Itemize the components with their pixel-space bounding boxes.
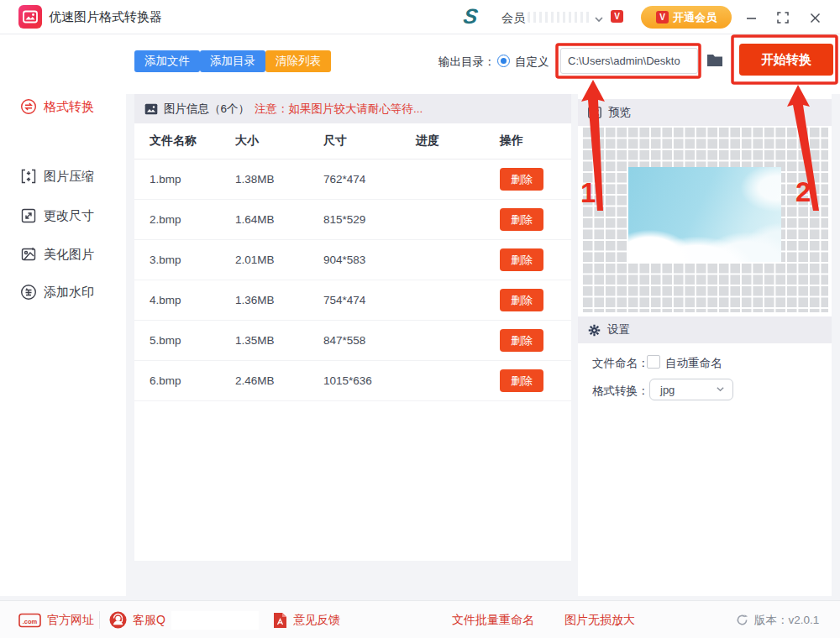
table-body: 1.bmp 1.38MB 762*474 删除 2.bmp 1.64MB 815… <box>134 160 571 401</box>
customer-service-icon <box>109 611 127 629</box>
actions-cell: 删除 <box>496 208 567 231</box>
sidebar-item-format-convert[interactable]: 格式转换 <box>0 92 126 121</box>
beautify-image-icon <box>20 246 37 263</box>
preview-settings-panel: 预览 设置 文件命名： 自动重命名 格式转换： jpg <box>578 94 832 596</box>
delete-button[interactable]: 删除 <box>500 289 543 311</box>
refresh-icon <box>736 614 748 626</box>
browse-folder-icon[interactable] <box>706 52 724 69</box>
app-window: 优速图片格式转换器 S 会员 V V 开通会员 <box>0 0 840 638</box>
com-icon: .com <box>18 612 41 629</box>
file-size: 1.36MB <box>235 294 323 306</box>
file-name: 3.bmp <box>150 254 235 266</box>
file-name: 1.bmp <box>150 173 235 186</box>
batch-rename-link[interactable]: 文件批量重命名 <box>452 601 534 638</box>
preview-icon <box>588 107 601 118</box>
output-path-input[interactable] <box>560 48 698 74</box>
sidebar-item-watermark[interactable]: 添加水印 <box>0 278 126 306</box>
preview-header: 预览 <box>578 99 832 126</box>
open-vip-button[interactable]: V 开通会员 <box>641 6 732 29</box>
sidebar-item-resize[interactable]: 更改尺寸 <box>0 201 126 230</box>
file-name: 6.bmp <box>150 374 235 387</box>
file-size: 2.46MB <box>235 374 323 387</box>
minimize-button[interactable] <box>743 9 759 26</box>
sidebar-item-label: 格式转换 <box>44 99 94 115</box>
file-name: 2.bmp <box>150 213 235 226</box>
file-dimensions: 815*529 <box>323 213 416 226</box>
lossless-zoom-label: 图片无损放大 <box>564 613 635 628</box>
brand-s-logo: S <box>462 4 478 29</box>
file-info-bar: 图片信息（6个） 注意：如果图片较大请耐心等待... <box>134 94 571 123</box>
official-website-link[interactable]: .com 官方网址 <box>18 601 94 638</box>
sidebar-item-beautify[interactable]: 美化图片 <box>0 240 126 269</box>
feedback-link[interactable]: 意见反馈 <box>273 601 340 638</box>
image-compress-icon <box>20 168 37 185</box>
custom-output-radio[interactable] <box>497 55 510 67</box>
naming-label: 文件命名： <box>592 356 649 371</box>
table-row: 5.bmp 1.35MB 847*558 删除 <box>134 321 571 361</box>
settings-title: 设置 <box>607 322 630 337</box>
vip-badge-icon: V <box>656 11 669 24</box>
sidebar-item-label: 美化图片 <box>44 247 94 263</box>
sidebar-item-image-compress[interactable]: 图片压缩 <box>0 162 126 191</box>
app-logo-icon <box>18 5 42 29</box>
file-size: 1.38MB <box>235 173 323 186</box>
file-name: 5.bmp <box>150 334 235 347</box>
preview-image <box>628 167 781 262</box>
version-info: 版本：v2.0.1 <box>736 601 819 638</box>
table-row: 6.bmp 2.46MB 1015*636 删除 <box>134 361 571 401</box>
open-vip-label: 开通会员 <box>673 10 717 25</box>
table-row: 2.bmp 1.64MB 815*529 删除 <box>134 200 571 240</box>
watermark-stamp-icon <box>20 284 37 301</box>
clear-list-button[interactable]: 清除列表 <box>265 50 331 72</box>
file-dimensions: 754*474 <box>323 294 416 306</box>
member-account-redacted <box>528 12 591 23</box>
image-info-icon <box>144 103 158 115</box>
table-row: 3.bmp 2.01MB 904*583 删除 <box>134 240 571 280</box>
support-qq-label: 客服Q <box>133 613 165 628</box>
file-dimensions: 904*583 <box>323 254 416 266</box>
feedback-label: 意见反馈 <box>293 613 340 628</box>
actions-cell: 删除 <box>496 369 567 392</box>
file-dimensions: 762*474 <box>323 173 416 186</box>
footer-divider <box>99 611 100 629</box>
add-folder-button[interactable]: 添加目录 <box>200 50 265 72</box>
output-dir-label: 输出目录： <box>438 55 496 70</box>
radio-dot <box>501 58 507 64</box>
add-files-button[interactable]: 添加文件 <box>134 50 200 72</box>
gear-icon <box>588 324 601 337</box>
sidebar: 格式转换 图片压缩 更改尺寸 <box>0 34 126 596</box>
close-button[interactable] <box>806 9 823 26</box>
delete-button[interactable]: 删除 <box>500 248 543 271</box>
auto-rename-checkbox[interactable] <box>647 355 660 369</box>
support-qq-link[interactable]: 客服Q <box>109 601 259 638</box>
official-website-label: 官方网址 <box>47 613 94 628</box>
file-info-warning: 注意：如果图片较大请耐心等待... <box>255 102 423 117</box>
feedback-doc-icon <box>273 612 287 629</box>
start-convert-button[interactable]: 开始转换 <box>739 44 833 76</box>
actions-cell: 删除 <box>496 329 567 352</box>
delete-button[interactable]: 删除 <box>500 329 543 352</box>
delete-button[interactable]: 删除 <box>500 168 543 191</box>
resize-icon <box>20 207 37 224</box>
preview-title: 预览 <box>608 105 631 120</box>
sidebar-item-label: 图片压缩 <box>44 169 94 185</box>
delete-button[interactable]: 删除 <box>500 208 543 231</box>
file-dimensions: 847*558 <box>323 334 416 347</box>
format-select-value: jpg <box>660 384 675 396</box>
maximize-button[interactable] <box>774 9 791 26</box>
actions-cell: 删除 <box>496 168 567 191</box>
file-size: 1.35MB <box>235 334 323 347</box>
auto-rename-label: 自动重命名 <box>665 356 722 371</box>
col-header-filename: 文件名称 <box>150 133 235 149</box>
transparency-checkerboard <box>581 126 828 312</box>
select-chevron-icon <box>716 382 725 397</box>
lossless-zoom-link[interactable]: 图片无损放大 <box>564 601 635 638</box>
title-bar: 优速图片格式转换器 S 会员 V V 开通会员 <box>0 0 840 34</box>
custom-output-label: 自定义 <box>515 55 549 70</box>
table-header-row: 文件名称 大小 尺寸 进度 操作 <box>134 123 571 160</box>
batch-rename-label: 文件批量重命名 <box>452 613 534 628</box>
chevron-down-icon[interactable] <box>594 13 604 23</box>
file-dimensions: 1015*636 <box>323 374 416 387</box>
format-select[interactable]: jpg <box>649 379 733 400</box>
delete-button[interactable]: 删除 <box>500 369 543 392</box>
